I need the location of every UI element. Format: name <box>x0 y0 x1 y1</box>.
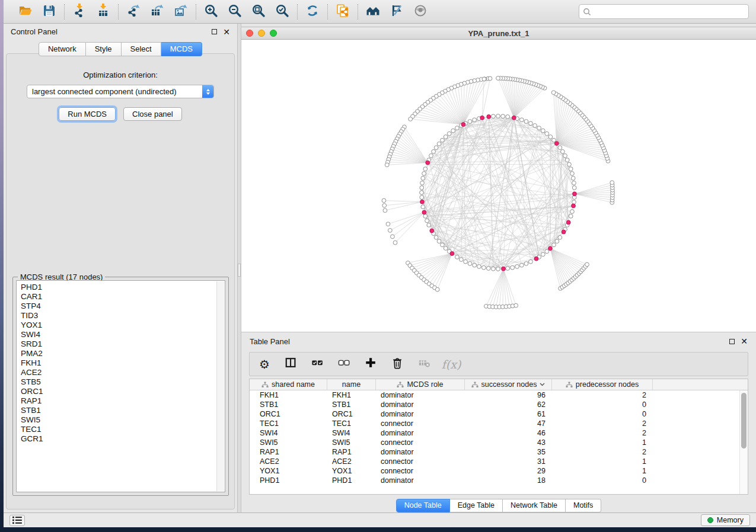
table-row[interactable]: SWI5SWI5connector431 <box>250 438 739 447</box>
mcds-result-node[interactable]: STP4 <box>17 302 225 311</box>
mcds-result-node[interactable]: SWI4 <box>17 330 225 339</box>
refresh-button[interactable] <box>305 4 320 20</box>
table-cell-predecessor_nodes: 0 <box>552 400 653 409</box>
table-cell-mcds_role: connector <box>376 419 465 428</box>
show-column-button[interactable] <box>284 357 298 371</box>
mcds-result-node[interactable]: STB1 <box>17 406 225 415</box>
tab-style[interactable]: Style <box>86 42 122 56</box>
settings-gear-button[interactable]: ⚙ <box>257 357 272 371</box>
add-column-button[interactable] <box>364 357 378 371</box>
unselect-all-columns-button[interactable] <box>337 357 352 371</box>
network-window-titlebar[interactable]: YPA_prune.txt_1 <box>241 27 756 40</box>
table-cell-shared_name: FKH1 <box>250 391 327 399</box>
tab-network[interactable]: Network <box>39 42 86 56</box>
search-box[interactable] <box>579 4 749 19</box>
mcds-result-node[interactable]: RAP1 <box>17 396 225 406</box>
table-cell-mcds_role: connector <box>376 438 465 447</box>
table-row[interactable]: SWI4SWI4dominator462 <box>250 428 739 438</box>
zoom-in-button[interactable] <box>203 4 219 20</box>
network-window: YPA_prune.txt_1 <box>241 27 756 332</box>
task-history-button[interactable] <box>9 515 25 526</box>
close-table-panel-icon[interactable]: ✕ <box>741 338 748 344</box>
mcds-result-node[interactable]: GCR1 <box>17 434 225 444</box>
mcds-result-node[interactable]: FKH1 <box>17 358 225 368</box>
zoom-selected-button[interactable] <box>275 4 290 20</box>
open-file-button[interactable] <box>18 4 33 20</box>
search-input[interactable] <box>591 6 745 18</box>
mcds-result-node[interactable]: SRD1 <box>17 339 225 349</box>
mcds-result-node[interactable]: TID3 <box>17 311 225 321</box>
table-row[interactable]: ACE2ACE2connector311 <box>250 457 739 466</box>
sort-desc-icon <box>540 383 545 386</box>
table-cell-shared_name: PHD1 <box>250 476 327 485</box>
show-graphics-details-button[interactable] <box>413 4 428 20</box>
column-header-name[interactable]: name <box>327 379 376 390</box>
delete-column-icon <box>391 357 404 371</box>
close-panel-button[interactable]: Close panel <box>123 107 182 121</box>
float-table-panel-icon[interactable] <box>729 339 735 344</box>
table-cell-predecessor_nodes: 2 <box>552 429 653 437</box>
tab-motifs[interactable]: Motifs <box>566 499 601 512</box>
criterion-select[interactable]: largest connected component (undirected) <box>27 85 214 98</box>
column-header-shared-name[interactable]: shared name <box>250 379 327 390</box>
network-canvas[interactable] <box>241 40 756 332</box>
import-network-icon <box>72 4 87 20</box>
mcds-result-node[interactable]: PMA2 <box>17 349 225 358</box>
mcds-result-node[interactable]: STB5 <box>17 377 225 387</box>
column-header-successor-nodes[interactable]: successor nodes <box>465 379 552 390</box>
first-neighbors-button[interactable] <box>365 4 381 20</box>
status-bar: Memory <box>4 512 756 527</box>
memory-button[interactable]: Memory <box>701 514 750 526</box>
mcds-result-node[interactable]: ACE2 <box>17 368 225 377</box>
mcds-result-node[interactable]: ORC1 <box>17 387 225 396</box>
table-row[interactable]: YOX1YOX1connector291 <box>250 466 739 476</box>
function-builder-button: f(x) <box>444 357 458 371</box>
table-row[interactable]: STB1STB1dominator620 <box>250 400 739 409</box>
save-session-button[interactable] <box>42 4 57 20</box>
export-network-button[interactable] <box>126 4 141 20</box>
table-cell-name: YOX1 <box>327 467 376 475</box>
float-panel-icon[interactable] <box>212 29 217 34</box>
tab-mcds[interactable]: MCDS <box>161 42 202 56</box>
mcds-result-node[interactable]: SWI5 <box>17 415 225 425</box>
table-row[interactable]: ORC1ORC1dominator610 <box>250 409 739 419</box>
table-row[interactable]: PHD1PHD1dominator180 <box>250 476 739 485</box>
table-cell-shared_name: ORC1 <box>250 410 327 418</box>
memory-status-icon <box>707 517 713 523</box>
panel-splitter[interactable] <box>237 24 241 512</box>
table-row[interactable]: RAP1RAP1dominator352 <box>250 447 739 457</box>
mcds-result-node[interactable]: YOX1 <box>17 321 225 330</box>
mcds-result-node[interactable]: TEC1 <box>17 425 225 434</box>
select-all-columns-button[interactable] <box>311 357 325 371</box>
zoom-out-button[interactable] <box>227 4 243 20</box>
table-cell-predecessor_nodes: 1 <box>552 457 653 466</box>
close-panel-icon[interactable]: ✕ <box>223 29 230 35</box>
network-window-title: YPA_prune.txt_1 <box>241 29 756 38</box>
import-network-button[interactable] <box>72 4 87 20</box>
tab-select[interactable]: Select <box>122 42 161 56</box>
export-image-button[interactable] <box>173 4 189 20</box>
tab-network-table[interactable]: Network Table <box>503 499 566 512</box>
right-pane: YPA_prune.txt_1 Table Panel ✕ <box>241 24 756 512</box>
column-header-MCDS-role[interactable]: MCDS role <box>376 379 465 390</box>
tab-node-table[interactable]: Node Table <box>396 499 450 512</box>
new-network-from-selection-button[interactable] <box>335 4 350 20</box>
mcds-result-node[interactable]: CAR1 <box>17 292 225 302</box>
main-toolbar <box>4 0 756 24</box>
table-scrollbar[interactable] <box>739 390 748 494</box>
hide-graphics-details-button[interactable] <box>389 4 404 20</box>
export-table-button[interactable] <box>149 4 165 20</box>
run-mcds-button[interactable]: Run MCDS <box>59 107 116 121</box>
mcds-result-node[interactable]: PHD1 <box>17 283 225 292</box>
list-icon <box>12 516 23 524</box>
node-table[interactable]: shared namenameMCDS rolesuccessor nodesp… <box>249 379 748 495</box>
column-header-predecessor-nodes[interactable]: predecessor nodes <box>552 379 653 390</box>
delete-column-button[interactable] <box>391 357 405 371</box>
table-row[interactable]: FKH1FKH1dominator962 <box>250 390 739 400</box>
zoom-fit-button[interactable] <box>251 4 266 20</box>
tab-edge-table[interactable]: Edge Table <box>450 499 503 512</box>
mcds-result-list[interactable]: PHD1CAR1STP4TID3YOX1SWI4SRD1PMA2FKH1ACE2… <box>16 280 225 492</box>
table-row[interactable]: TEC1TEC1connector472 <box>250 419 739 428</box>
import-table-button[interactable] <box>95 4 111 20</box>
result-list-scrollbar[interactable] <box>216 281 224 491</box>
